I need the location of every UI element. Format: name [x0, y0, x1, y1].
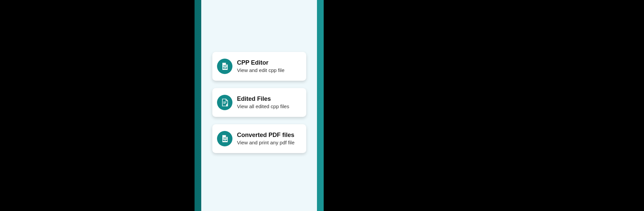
cpp-file-icon: CPP: [217, 59, 232, 74]
svg-rect-4: [223, 101, 226, 102]
svg-text:PDF: PDF: [224, 140, 226, 141]
menu-item-converted-pdf[interactable]: PDF Converted PDF files View and print a…: [212, 124, 306, 153]
menu-item-cpp-editor[interactable]: CPP CPP Editor View and edit cpp file: [212, 52, 306, 81]
svg-text:CPP: CPP: [224, 67, 226, 69]
card-text: CPP Editor View and edit cpp file: [237, 59, 284, 73]
svg-rect-5: [223, 102, 226, 103]
app-screen: CPP CPP Editor View and edit cpp file: [201, 0, 317, 211]
svg-rect-0: [223, 65, 227, 66]
card-text: Edited Files View all edited cpp files: [237, 95, 289, 110]
menu-item-edited-files[interactable]: Edited Files View all edited cpp files: [212, 88, 306, 117]
pdf-file-icon: PDF: [217, 131, 232, 146]
card-title: Converted PDF files: [237, 132, 295, 139]
edited-file-icon: [217, 95, 232, 110]
svg-rect-8: [223, 138, 227, 139]
card-subtitle: View all edited cpp files: [237, 103, 289, 110]
card-text: Converted PDF files View and print any p…: [237, 132, 295, 146]
card-title: CPP Editor: [237, 59, 284, 67]
svg-rect-7: [223, 138, 227, 138]
svg-rect-1: [223, 66, 227, 66]
card-subtitle: View and print any pdf file: [237, 140, 295, 146]
svg-rect-6: [223, 103, 225, 104]
card-title: Edited Files: [237, 95, 289, 103]
phone-frame: CPP CPP Editor View and edit cpp file: [195, 0, 324, 211]
card-subtitle: View and edit cpp file: [237, 67, 284, 73]
